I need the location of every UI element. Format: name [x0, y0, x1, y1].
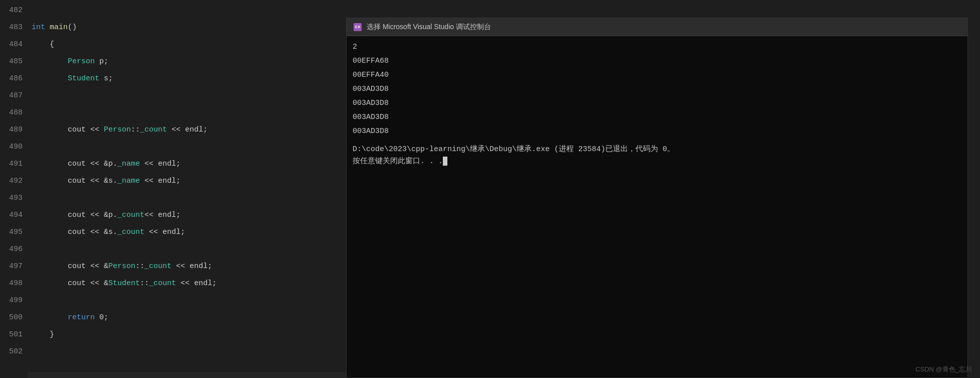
- code-line: return 0;: [32, 309, 351, 326]
- code-line: cout << &Person::_count << endl;: [32, 258, 351, 275]
- line-number: 495: [0, 224, 23, 241]
- cursor-block: [443, 157, 447, 166]
- line-number: 498: [0, 275, 23, 292]
- line-number: 488: [0, 104, 23, 121]
- code-line: cout << &s._name << endl;: [32, 173, 351, 190]
- line-number: 493: [0, 190, 23, 207]
- console-output-line: 003AD3D8: [353, 124, 961, 139]
- console-output-line: 003AD3D8: [353, 110, 961, 124]
- console-panel: cx 选择 Microsoft Visual Studio 调试控制台 200E…: [346, 18, 968, 378]
- line-number: 497: [0, 258, 23, 275]
- console-output-line: 00EFFA40: [353, 68, 961, 82]
- console-titlebar: cx 选择 Microsoft Visual Studio 调试控制台: [347, 18, 967, 36]
- console-body[interactable]: 200EFFA6800EFFA40003AD3D8003AD3D8003AD3D…: [347, 36, 967, 377]
- code-line: Student s;: [32, 70, 351, 87]
- console-title: 选择 Microsoft Visual Studio 调试控制台: [367, 23, 491, 32]
- line-numbers: 4824834844854864874884894904914924934944…: [0, 0, 28, 378]
- console-exit-line1: D:\code\2023\cpp-learning\继承\Debug\继承.ex…: [353, 144, 961, 156]
- line-number: 482: [0, 2, 23, 19]
- console-exit-info: D:\code\2023\cpp-learning\继承\Debug\继承.ex…: [353, 144, 961, 168]
- code-line: cout << &p._count<< endl;: [32, 207, 351, 224]
- code-content[interactable]: int main() { Person p; Student s; cout <…: [28, 0, 351, 378]
- code-line: cout << &p._name << endl;: [32, 156, 351, 173]
- console-icon-inner: cx: [354, 23, 362, 31]
- code-editor: 4824834844854864874884894904914924934944…: [0, 0, 351, 378]
- watermark: CSDN @青色_忘川: [915, 365, 972, 374]
- line-number: 494: [0, 207, 23, 224]
- line-number: 501: [0, 326, 23, 343]
- code-line: int main(): [32, 19, 351, 36]
- line-number: 483: [0, 19, 23, 36]
- code-line: [32, 190, 351, 207]
- code-line: [32, 104, 351, 121]
- line-number: 486: [0, 70, 23, 87]
- line-number: 491: [0, 156, 23, 173]
- code-line: [32, 343, 351, 360]
- line-number: 487: [0, 87, 23, 104]
- console-output-line: 003AD3D8: [353, 82, 961, 96]
- code-line: [32, 87, 351, 104]
- code-line: Person p;: [32, 53, 351, 70]
- code-line: cout << &s._count << endl;: [32, 224, 351, 241]
- code-line: [32, 2, 351, 19]
- horizontal-scrollbar[interactable]: [28, 372, 351, 378]
- code-line: [32, 139, 351, 156]
- code-line: [32, 241, 351, 258]
- line-number: 490: [0, 139, 23, 156]
- line-number: 496: [0, 241, 23, 258]
- line-number: 492: [0, 173, 23, 190]
- line-number: 484: [0, 36, 23, 53]
- code-line: }: [32, 326, 351, 343]
- line-number: 502: [0, 343, 23, 360]
- console-app-icon: cx: [353, 22, 363, 32]
- line-number: 499: [0, 292, 23, 309]
- code-line: cout << &Student::_count << endl;: [32, 275, 351, 292]
- console-output-line: 003AD3D8: [353, 96, 961, 110]
- line-number: 500: [0, 309, 23, 326]
- line-number: 489: [0, 121, 23, 139]
- line-number: 485: [0, 53, 23, 70]
- code-line: {: [32, 36, 351, 53]
- code-line: [32, 292, 351, 309]
- console-output-line: 2: [353, 40, 961, 54]
- code-line: cout << Person::_count << endl;: [32, 121, 351, 139]
- console-exit-line2: 按任意键关闭此窗口. . .: [353, 156, 961, 168]
- console-output-line: 00EFFA68: [353, 54, 961, 68]
